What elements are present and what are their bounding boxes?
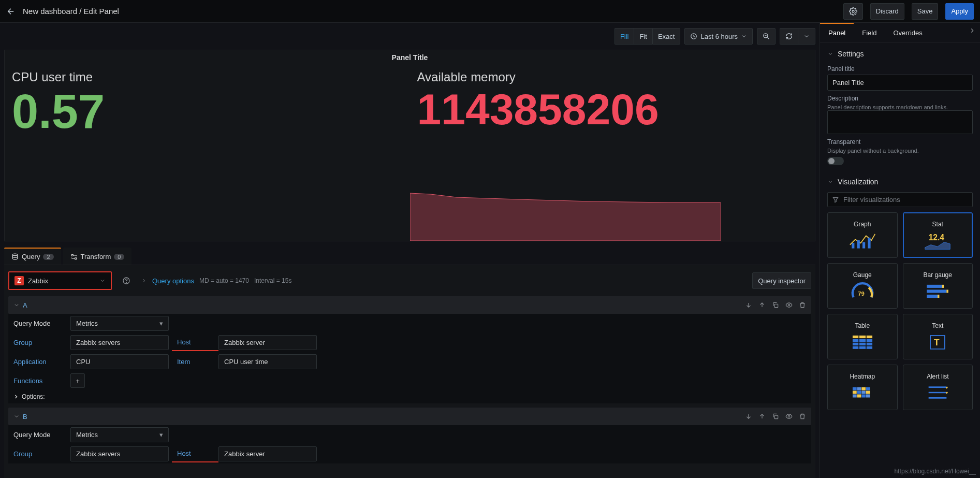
query-mode-select[interactable]: Metrics▾ (70, 316, 169, 331)
query-inspector-button[interactable]: Query inspector (752, 272, 811, 289)
svg-text:T: T (934, 337, 940, 347)
database-icon (11, 253, 19, 260)
panel-title: Panel Title (5, 50, 815, 65)
hide-icon[interactable] (785, 413, 793, 420)
group-label: Group (8, 335, 70, 351)
svg-rect-23 (853, 339, 872, 342)
delete-icon[interactable] (799, 413, 806, 420)
chevron-right-icon (141, 278, 147, 284)
timerange-picker[interactable]: Last 6 hours (684, 28, 753, 45)
save-button[interactable]: Save (912, 3, 939, 20)
refresh-interval-button[interactable] (798, 28, 815, 45)
back-arrow-icon[interactable] (6, 7, 16, 16)
add-function-button[interactable]: + (70, 373, 85, 388)
panel-title-input[interactable] (827, 75, 973, 91)
viz-card-table[interactable]: Table (827, 314, 898, 359)
svg-rect-40 (861, 394, 866, 397)
viz-card-gauge[interactable]: Gauge 79 (827, 263, 898, 309)
svg-rect-38 (853, 394, 857, 397)
exact-button[interactable]: Exact (652, 28, 681, 45)
refresh-icon (785, 33, 793, 40)
fit-button[interactable]: Fit (634, 28, 652, 45)
svg-rect-31 (857, 387, 861, 390)
svg-point-9 (788, 415, 790, 417)
filter-visualizations-input[interactable]: Filter visualizations (827, 192, 973, 207)
query-options-toggle[interactable]: Query options (152, 277, 194, 285)
description-input[interactable] (827, 110, 973, 134)
settings-heading[interactable]: Settings (827, 47, 973, 61)
query-options-row[interactable]: Options: (8, 390, 811, 403)
zoom-out-button[interactable] (757, 28, 776, 45)
delete-icon[interactable] (799, 301, 806, 309)
duplicate-icon[interactable] (772, 413, 779, 420)
query-header-a[interactable]: A (8, 296, 811, 314)
panel-settings-button[interactable] (843, 3, 863, 20)
tab-field[interactable]: Field (854, 23, 885, 42)
query-header-b[interactable]: B (8, 408, 811, 425)
clock-icon (690, 33, 697, 40)
svg-text:♥: ♥ (946, 390, 948, 395)
tab-transform[interactable]: Transform 0 (63, 248, 132, 265)
refresh-button[interactable] (780, 28, 798, 45)
chevron-down-icon (827, 51, 833, 57)
heatmap-icon (849, 383, 876, 402)
application-label: Application (8, 354, 70, 370)
svg-rect-24 (853, 343, 872, 345)
chevron-down-icon (99, 278, 106, 284)
visualization-heading[interactable]: Visualization (827, 175, 973, 189)
display-mode-group: Fill Fit Exact (615, 28, 681, 45)
graph-icon (849, 231, 876, 250)
host-label: Host (172, 334, 218, 351)
tab-panel[interactable]: Panel (820, 23, 854, 42)
fill-button[interactable]: Fill (615, 28, 634, 45)
host-input[interactable]: Zabbix server (218, 335, 317, 350)
tab-overrides[interactable]: Overrides (885, 23, 930, 42)
svg-text:79: 79 (858, 291, 865, 297)
svg-point-7 (788, 304, 790, 306)
panel-preview: Panel Title CPU user time 0.57 Available… (4, 50, 815, 241)
stat-cpu: CPU user time 0.57 (5, 65, 410, 241)
chevron-right-icon (969, 27, 976, 34)
move-up-icon[interactable] (758, 413, 766, 420)
alertlist-icon: ♥♥ (924, 383, 951, 402)
datasource-help-button[interactable] (117, 272, 136, 289)
group-input[interactable]: Zabbix servers (70, 446, 169, 461)
viz-card-heatmap[interactable]: Heatmap (827, 365, 898, 410)
viz-card-graph[interactable]: Graph (827, 212, 898, 258)
svg-rect-39 (857, 394, 861, 397)
svg-point-0 (852, 10, 854, 12)
move-down-icon[interactable] (745, 413, 752, 420)
transparent-toggle[interactable] (827, 157, 844, 165)
viz-card-stat[interactable]: Stat 12.4 (903, 212, 973, 258)
chevron-down-icon (13, 413, 20, 419)
editor-tabs: Query 2 Transform 0 (4, 248, 815, 265)
move-up-icon[interactable] (758, 301, 766, 309)
text-icon: T (924, 332, 951, 351)
svg-rect-34 (853, 391, 857, 394)
apply-button[interactable]: Apply (945, 3, 974, 20)
move-down-icon[interactable] (745, 301, 752, 309)
discard-button[interactable]: Discard (870, 3, 904, 20)
viz-card-bargauge[interactable]: Bar gauge (903, 263, 973, 309)
side-tabs-next[interactable] (964, 23, 980, 42)
datasource-select[interactable]: Z Zabbix (8, 271, 112, 290)
host-input[interactable]: Zabbix server (218, 446, 317, 461)
transparent-label: Transparent (827, 138, 973, 146)
zoom-out-icon (763, 33, 770, 40)
viz-card-alertlist[interactable]: Alert list ♥♥ (903, 365, 973, 410)
query-mode-select[interactable]: Metrics▾ (70, 427, 169, 442)
svg-rect-11 (857, 240, 859, 249)
tab-transform-label: Transform (81, 253, 111, 260)
item-input[interactable]: CPU user time (218, 354, 317, 369)
host-label: Host (172, 445, 218, 462)
hide-icon[interactable] (785, 301, 793, 309)
duplicate-icon[interactable] (772, 301, 779, 309)
chevron-down-icon (827, 179, 833, 185)
chevron-down-icon (13, 302, 20, 308)
application-input[interactable]: CPU (70, 354, 169, 369)
viz-card-text[interactable]: Text T (903, 314, 973, 359)
query-block-b: B Query Mode Metrics▾ (8, 408, 811, 463)
tab-query[interactable]: Query 2 (4, 248, 61, 265)
group-input[interactable]: Zabbix servers (70, 335, 169, 350)
svg-rect-41 (866, 394, 870, 397)
